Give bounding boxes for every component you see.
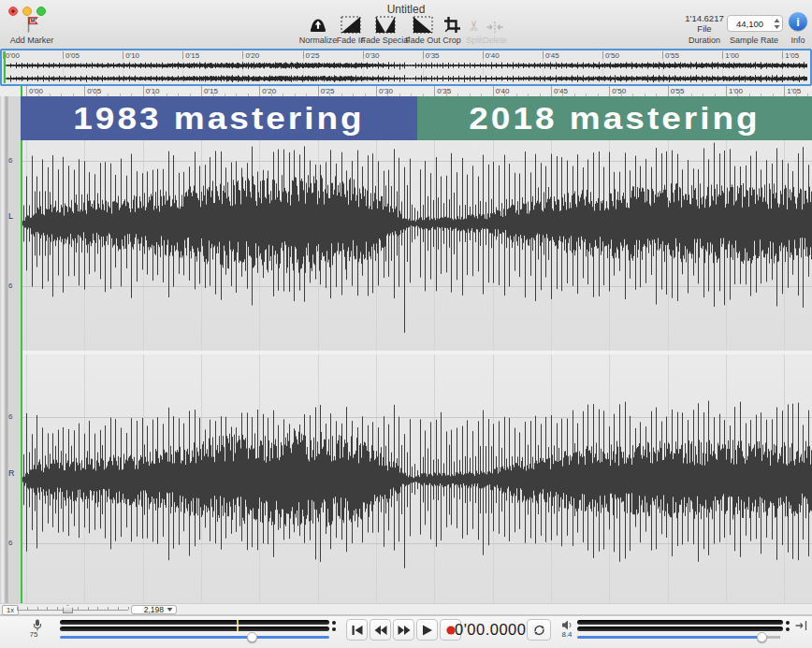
zoom-slider-tick	[128, 607, 129, 610]
output-clip-dot-top	[786, 621, 790, 625]
overview-ruler-tick	[782, 51, 783, 59]
svg-text:M: M	[31, 18, 36, 23]
ruler-time-label: 0'35	[437, 87, 451, 95]
input-meter-marker-top	[237, 620, 239, 625]
delete-collapse-icon	[478, 12, 512, 34]
zoom-bar: 1x 2,198	[0, 603, 812, 615]
ruler-time-label: 0'30	[379, 87, 393, 95]
overview-ruler-tick	[722, 51, 723, 59]
zoom-slider-tick	[17, 607, 18, 610]
overview-playhead[interactable]	[4, 51, 6, 83]
fast-forward-icon	[398, 625, 411, 636]
ruler-major-tick	[726, 86, 727, 96]
ruler-time-label: 0'40	[496, 87, 510, 95]
channel-right-label: R	[8, 468, 22, 478]
zoom-slider-tick	[57, 607, 58, 610]
ruler-major-tick	[493, 86, 494, 96]
go-to-start-button[interactable]	[346, 619, 368, 641]
add-marker-button[interactable]: M Add Marker	[7, 12, 56, 45]
ruler-major-tick	[434, 86, 435, 96]
go-to-start-icon	[351, 625, 364, 636]
ruler-time-label: 1'05	[787, 87, 801, 95]
output-volume-thumb[interactable]	[757, 632, 767, 642]
loop-icon	[532, 624, 546, 637]
zoom-slider-tick	[27, 607, 28, 610]
channel-left-label: L	[8, 211, 22, 221]
overview-waveform-left	[3, 59, 807, 72]
delete-label: Delete	[478, 36, 512, 45]
transport-bar: 75	[0, 615, 812, 648]
banner-2018-label: 2018 mastering	[469, 100, 760, 137]
audio-editor-window: Untitled M Add Marker Normalize	[0, 0, 812, 648]
overview-ruler-tick	[662, 51, 663, 59]
input-clip-dot-bottom	[332, 627, 336, 631]
play-button[interactable]	[416, 619, 438, 641]
input-meter-top	[60, 620, 329, 625]
ruler-major-tick	[143, 86, 144, 96]
sample-rate-value: 44,100	[728, 19, 772, 29]
ruler-major-tick	[259, 86, 260, 96]
ruler-time-label: 0'05	[87, 87, 101, 95]
zoom-slider-tick	[88, 607, 89, 610]
output-volume-slider[interactable]	[577, 636, 780, 639]
info-icon: i	[796, 15, 800, 29]
rewind-button[interactable]	[370, 619, 391, 641]
zoom-slider-tick	[108, 607, 109, 610]
fast-forward-button[interactable]	[393, 619, 414, 641]
info-button[interactable]: i	[789, 12, 807, 31]
ruler-time-label: 0'15	[204, 87, 218, 95]
output-level-value: 8.4	[558, 630, 576, 639]
output-clip-dot-bottom	[786, 627, 790, 631]
ruler-major-tick	[551, 86, 552, 96]
zoom-slider-tick	[37, 607, 38, 610]
info-label: Info	[789, 36, 807, 45]
overview-waveform-right	[3, 72, 807, 85]
ruler-time-label: 1'00	[729, 87, 743, 95]
sample-rate-stepper[interactable]: 44,100	[727, 15, 783, 32]
overview-ruler-tick	[182, 51, 183, 59]
speaker-icon	[561, 620, 573, 630]
waveform-right-canvas[interactable]	[21, 354, 812, 603]
ruler-time-label: 0'25	[321, 87, 335, 95]
banner-1983-label: 1983 mastering	[73, 100, 364, 137]
zoom-slider-tick	[78, 607, 79, 610]
ruler-time-label: 0'55	[671, 87, 685, 95]
marker-flag-icon: M	[7, 12, 56, 34]
ruler-major-tick	[201, 86, 202, 96]
ruler-major-tick	[26, 86, 27, 96]
overview-ruler-tick	[123, 51, 123, 59]
input-volume-thumb[interactable]	[247, 632, 257, 642]
time-display: 0'00.0000	[455, 621, 524, 639]
output-meter-top	[577, 620, 783, 625]
sample-rate-label: Sample Rate	[727, 36, 781, 45]
overview-ruler-tick	[242, 51, 243, 59]
zoom-slider-tick	[47, 607, 48, 610]
delete-button: Delete	[478, 12, 512, 45]
db-label: 6	[8, 156, 22, 165]
ruler-time-label: 0'00	[29, 87, 43, 95]
ruler-major-tick	[318, 86, 319, 96]
ruler-major-tick	[376, 86, 377, 96]
overview-ruler-tick	[483, 51, 484, 59]
gutter-rail	[0, 96, 9, 603]
output-meter-bottom	[577, 626, 783, 631]
add-marker-label: Add Marker	[7, 36, 56, 45]
banner-2018-mastering: 2018 mastering	[417, 96, 812, 140]
stepper-arrows-icon[interactable]	[772, 19, 782, 29]
input-volume-slider[interactable]	[60, 636, 329, 639]
ruler-time-label: 0'20	[262, 87, 276, 95]
overview-strip[interactable]: 0'000'050'100'150'200'250'300'350'400'45…	[0, 49, 812, 86]
overview-ruler-tick	[423, 51, 424, 59]
playhead-cursor[interactable]	[21, 86, 22, 603]
ruler-major-tick	[84, 86, 85, 96]
ruler-major-tick	[668, 86, 669, 96]
input-meter-bottom	[60, 626, 329, 631]
overview-selection-box[interactable]: 0'000'050'100'150'200'250'300'350'400'45…	[0, 49, 812, 86]
audio-output-route-icon[interactable]	[795, 620, 807, 631]
loop-button[interactable]	[527, 619, 551, 641]
input-clip-dot-top	[332, 621, 336, 625]
zoom-value-dropdown[interactable]: 2,198	[131, 605, 177, 615]
ruler-major-tick	[609, 86, 610, 96]
ruler-time-label: 0'50	[612, 87, 626, 95]
zoom-slider-thumb[interactable]	[63, 605, 73, 613]
